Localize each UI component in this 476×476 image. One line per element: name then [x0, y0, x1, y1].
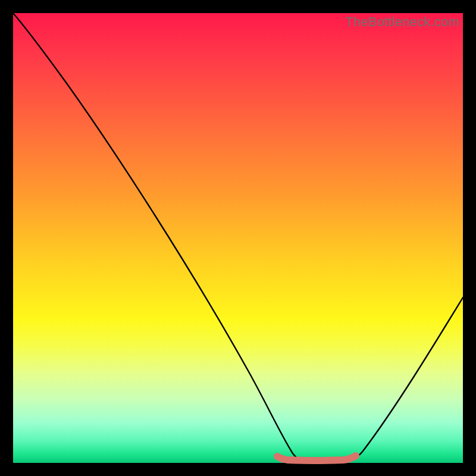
- chart-svg: [13, 13, 463, 463]
- optimal-band-marker: [277, 456, 356, 461]
- watermark-text: TheBottleneck.com: [345, 14, 459, 30]
- bottleneck-curve: [13, 13, 463, 461]
- chart-frame: TheBottleneck.com: [13, 13, 463, 463]
